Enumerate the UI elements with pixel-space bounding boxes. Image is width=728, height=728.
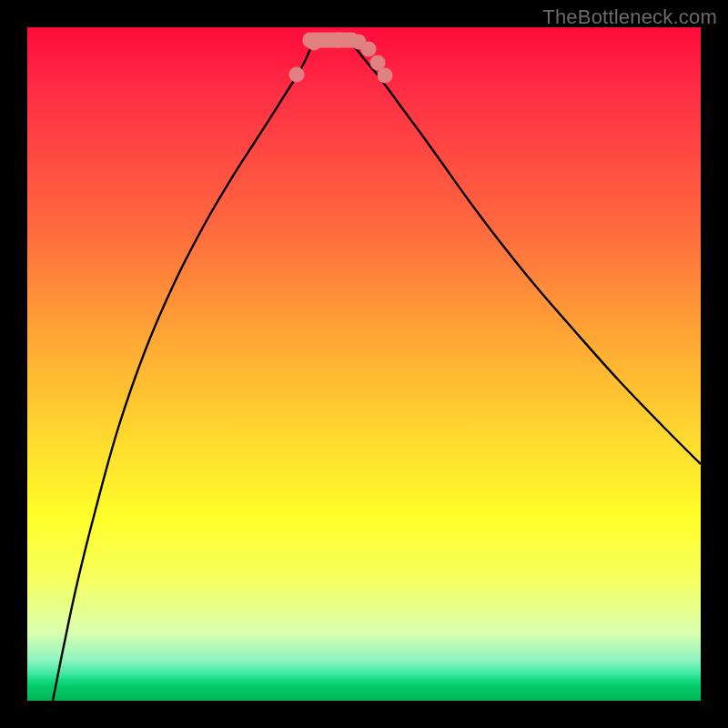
dot-marker [361, 42, 377, 57]
chart-frame [27, 27, 701, 701]
bottom-bar [303, 33, 359, 48]
right-curve [344, 39, 701, 464]
watermark-text: TheBottleneck.com [542, 5, 717, 29]
chart-svg [27, 27, 701, 701]
dot-marker [378, 68, 393, 84]
left-curve [53, 40, 317, 701]
dot-marker [289, 67, 305, 83]
